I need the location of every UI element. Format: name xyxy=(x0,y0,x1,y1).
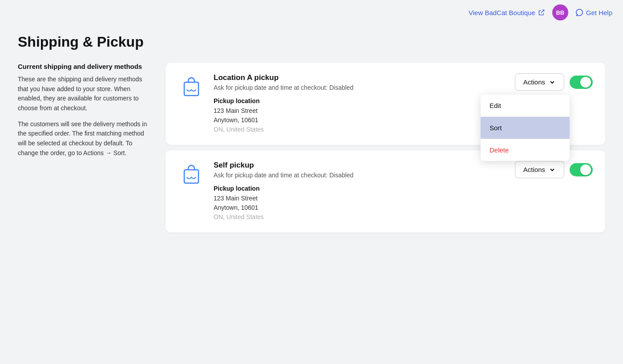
view-store-link[interactable]: View BadCat Boutique xyxy=(469,9,545,16)
card-body-1: Location A pickup Ask for pickup date an… xyxy=(214,73,506,134)
external-link-icon xyxy=(538,9,545,16)
card-self-pickup: Self pickup Ask for pickup date and time… xyxy=(166,150,605,232)
address-line1-1: 123 Main Street xyxy=(214,106,506,116)
actions-label-1: Actions xyxy=(523,78,545,86)
card-subtitle-2: Ask for pickup date and time at checkout… xyxy=(214,172,506,179)
card-title-1: Location A pickup xyxy=(214,73,506,82)
page-title: Shipping & Pickup xyxy=(18,34,605,50)
address-line3-1: ON, United States xyxy=(214,125,506,134)
user-avatar[interactable]: BB xyxy=(552,4,568,20)
pickup-label-1: Pickup location xyxy=(214,97,506,104)
toggle-2[interactable] xyxy=(570,163,593,176)
bag-svg-1 xyxy=(179,74,204,99)
bag-svg-2 xyxy=(179,162,204,187)
sidebar: Current shipping and delivery methods Th… xyxy=(18,63,151,232)
sidebar-text-1: These are the shipping and delivery meth… xyxy=(18,75,151,113)
get-help-label: Get Help xyxy=(586,9,612,16)
dropdown-menu-1: Edit Sort Delete xyxy=(481,95,570,161)
dropdown-delete-1[interactable]: Delete xyxy=(481,139,570,161)
view-store-label: View BadCat Boutique xyxy=(469,9,535,16)
svg-rect-0 xyxy=(184,82,198,96)
address-line3-2: ON, United States xyxy=(214,212,506,222)
card-actions-2: Actions xyxy=(515,161,593,178)
content-layout: Current shipping and delivery methods Th… xyxy=(18,63,605,232)
dropdown-sort-1[interactable]: Sort xyxy=(481,117,570,139)
sidebar-text-2: The customers will see the delivery meth… xyxy=(18,120,151,158)
get-help-button[interactable]: Get Help xyxy=(575,8,612,16)
topbar: View BadCat Boutique BB Get Help xyxy=(0,0,623,25)
address-line1-2: 123 Main Street xyxy=(214,194,506,203)
actions-button-1[interactable]: Actions xyxy=(515,73,564,91)
actions-label-2: Actions xyxy=(523,166,545,173)
card-inner-2: Self pickup Ask for pickup date and time… xyxy=(178,161,593,222)
card-title-2: Self pickup xyxy=(214,161,506,170)
chevron-down-icon-1 xyxy=(549,79,556,86)
address-line2-2: Anytown, 10601 xyxy=(214,203,506,212)
sidebar-heading: Current shipping and delivery methods xyxy=(18,63,151,70)
pickup-icon-1 xyxy=(178,73,205,100)
card-location-a: Location A pickup Ask for pickup date an… xyxy=(166,63,605,145)
pickup-label-2: Pickup location xyxy=(214,185,506,192)
actions-button-2[interactable]: Actions xyxy=(515,161,564,178)
address-line2-1: Anytown, 10601 xyxy=(214,116,506,125)
card-subtitle-1: Ask for pickup date and time at checkout… xyxy=(214,84,506,91)
chevron-down-icon-2 xyxy=(549,166,556,173)
card-body-2: Self pickup Ask for pickup date and time… xyxy=(214,161,506,222)
pickup-icon-2 xyxy=(178,161,205,188)
dropdown-edit-1[interactable]: Edit xyxy=(481,95,570,116)
main-content: Shipping & Pickup Current shipping and d… xyxy=(0,25,623,250)
card-actions-1: Actions xyxy=(515,73,593,91)
chat-icon xyxy=(575,8,583,16)
cards-area: Location A pickup Ask for pickup date an… xyxy=(166,63,605,232)
toggle-1[interactable] xyxy=(570,76,593,89)
svg-rect-1 xyxy=(184,170,198,183)
